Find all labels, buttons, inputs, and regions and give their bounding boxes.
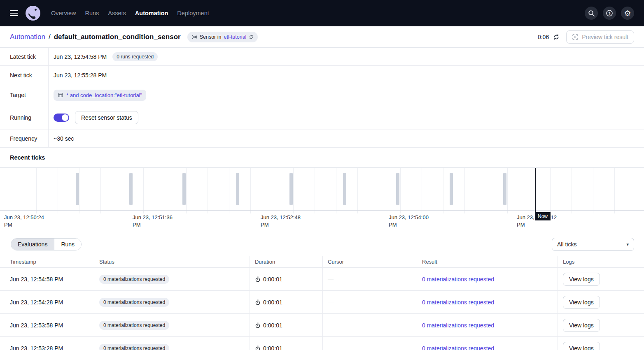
tick-result-link[interactable]: 0 materializations requested [422,322,494,329]
detail-row-frequency: Frequency ~30 sec [0,130,644,148]
stopwatch-icon [255,276,261,282]
tick-status-badge: 0 materializations requested [99,298,169,307]
code-location-link[interactable]: etl-tutorial [224,34,246,40]
column-header-status: Status [94,256,250,267]
tick-bar[interactable] [182,173,186,205]
timeline-gridline [572,168,572,213]
timeline-axis [0,210,644,211]
help-button[interactable]: ? [603,7,616,20]
column-header-logs: Logs [558,256,644,267]
settings-button[interactable]: ⚙ [621,7,634,20]
tab-evaluations[interactable]: Evaluations [11,239,54,250]
nav-item-deployment[interactable]: Deployment [176,7,210,19]
tick-filter-select[interactable]: All ticks ▾ [552,238,634,251]
header-actions: 0:06 Preview tick result [538,30,634,44]
breadcrumb-automation-link[interactable]: Automation [10,33,45,41]
reset-sensor-status-button[interactable]: Reset sensor status [75,111,138,124]
timeline-gridline [36,168,37,213]
timeline-axis-label: Jun 23, 12:51:36PM [133,214,173,229]
preview-tick-result-button[interactable]: Preview tick result [566,30,634,44]
search-icon [588,10,595,17]
tick-bar[interactable] [503,173,506,205]
tick-filter-value: All ticks [557,241,576,248]
badge-refresh-icon[interactable] [249,35,254,39]
timeline-gridline [400,168,401,213]
ticks-table-header: Timestamp Status Duration Cursor Result … [0,256,644,268]
timeline-gridline [636,168,636,213]
search-button[interactable] [585,7,598,20]
timeline-gridline [208,168,208,213]
running-toggle[interactable] [54,114,69,122]
tick-timestamp: Jun 23, 12:54:28 PM [0,291,94,313]
column-header-duration: Duration [250,256,323,267]
tick-bar[interactable] [343,173,346,205]
timeline-gridline [443,168,443,213]
timeline-gridline [593,168,593,213]
page-title: default_automation_condition_sensor [54,33,181,41]
tick-duration: 0:00:01 [263,345,282,350]
tick-cursor: — [323,291,417,313]
timeline-gridline [529,168,529,213]
detail-label: Next tick [0,66,49,85]
timeline-gridline [143,168,144,213]
tick-bar[interactable] [76,173,79,205]
nav-item-runs[interactable]: Runs [84,7,100,19]
tick-bar[interactable] [129,173,133,205]
stopwatch-icon [255,322,261,328]
timeline-gridline [250,168,251,213]
ticks-table: Timestamp Status Duration Cursor Result … [0,256,644,350]
timeline-gridline [357,168,358,213]
frequency-value: ~30 sec [54,135,74,142]
sensor-location-badge: Sensor in etl-tutorial [187,32,258,42]
timeline-axis-label: Jun 23, 12:54:00PM [389,214,429,229]
column-header-cursor: Cursor [323,256,417,267]
timeline-gridline [229,168,229,213]
timeline-gridline [293,168,294,213]
top-navbar: Overview Runs Assets Automation Deployme… [0,0,644,26]
tick-result-link[interactable]: 0 materializations requested [422,299,494,306]
next-tick-time: Jun 23, 12:55:28 PM [54,72,107,79]
tick-result-link[interactable]: 0 materializations requested [422,276,494,283]
tick-cursor: — [323,337,417,350]
tick-bar[interactable] [236,173,239,205]
nav-item-assets[interactable]: Assets [107,7,127,19]
recent-ticks-heading: Recent ticks [0,148,644,168]
tick-bar[interactable] [450,173,453,205]
refresh-button[interactable] [553,34,560,40]
now-marker-line [535,168,536,214]
tick-status-badge: 0 materializations requested [99,344,169,350]
timeline-gridline [100,168,101,213]
detail-label: Latest tick [0,48,49,65]
tick-cursor: — [323,314,417,336]
menu-icon[interactable] [10,10,18,16]
timeline-axis-label: Jun 23, 12:50:24PM [4,214,44,229]
tab-runs[interactable]: Runs [54,239,81,250]
nav-actions: ? ⚙ [585,7,634,20]
timeline-gridline [272,168,272,213]
sensor-badge-text: Sensor in [200,34,222,40]
preview-icon [572,34,579,40]
view-logs-button[interactable]: View logs [563,342,600,350]
table-row: Jun 23, 12:54:28 PM 0 materializations r… [0,291,644,314]
tick-result-link[interactable]: 0 materializations requested [422,345,494,350]
detail-row-next-tick: Next tick Jun 23, 12:55:28 PM [0,66,644,85]
view-logs-button[interactable]: View logs [563,319,600,332]
view-logs-button[interactable]: View logs [563,273,600,286]
nav-item-automation[interactable]: Automation [134,7,169,19]
tick-bar[interactable] [289,173,293,205]
dagster-logo-icon[interactable] [25,5,41,21]
tick-bar[interactable] [396,173,399,205]
detail-row-target: Target * and code_location:"etl-tutorial… [0,85,644,105]
gear-icon: ⚙ [624,9,631,17]
sensor-icon [191,34,197,40]
preview-button-label: Preview tick result [582,34,628,40]
timeline-gridline [58,168,58,213]
tick-timestamp: Jun 23, 12:54:58 PM [0,268,94,290]
target-selection-chip[interactable]: * and code_location:"etl-tutorial" [54,90,146,101]
timeline-gridline [315,168,315,213]
view-logs-button[interactable]: View logs [563,296,600,309]
nav-item-overview[interactable]: Overview [50,7,77,19]
recent-ticks-chart: Jun 23, 12:50:24PMJun 23, 12:51:36PMJun … [0,168,644,232]
detail-row-running: Running Reset sensor status [0,105,644,130]
asset-table-icon [58,92,63,98]
